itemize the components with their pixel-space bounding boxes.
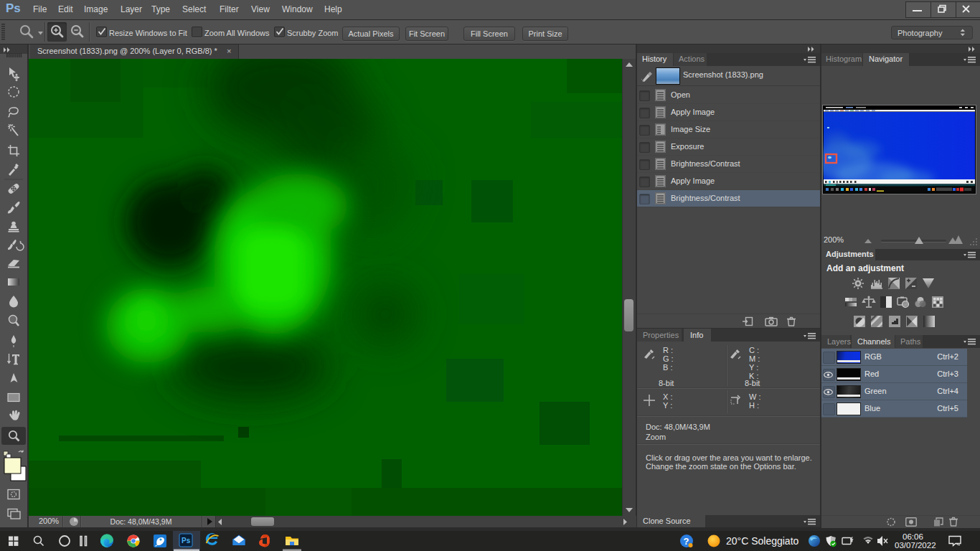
svg-text:?: ? <box>684 536 689 547</box>
svg-text:20°C Soleggiato: 20°C Soleggiato <box>726 535 799 547</box>
svg-text:Ps: Ps <box>182 537 191 545</box>
svg-text:06:06: 06:06 <box>903 532 923 541</box>
svg-text:03/07/2022: 03/07/2022 <box>895 541 936 550</box>
